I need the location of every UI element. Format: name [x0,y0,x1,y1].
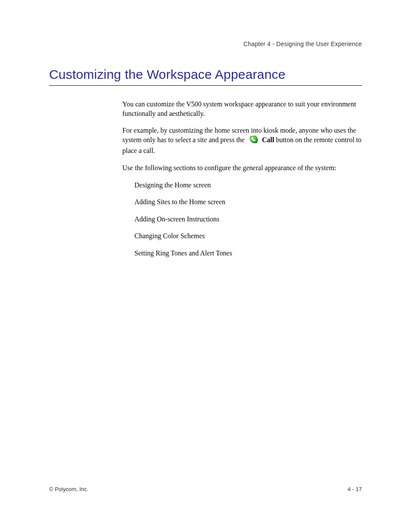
page: Chapter 4 - Designing the User Experienc… [0,0,411,532]
footer-copyright: © Polycom, Inc. [49,486,88,492]
paragraph-intro: You can customize the V500 system worksp… [122,100,364,118]
paragraph-lead-in: Use the following sections to configure … [122,163,364,173]
body-column: You can customize the V500 system worksp… [122,100,364,258]
chapter-header: Chapter 4 - Designing the User Experienc… [49,40,362,47]
section-title: Customizing the Workspace Appearance [49,67,362,82]
call-button-icon [249,135,258,146]
topic-list: Designing the Home screen Adding Sites t… [134,180,364,258]
section-rule [49,85,362,86]
call-button-label: Call [262,136,274,143]
list-item: Adding Sites to the Home screen [134,197,364,207]
list-item: Setting Ring Tones and Alert Tones [134,249,364,258]
page-footer: © Polycom, Inc. 4 - 17 [49,486,362,492]
list-item: Designing the Home screen [134,180,364,190]
list-item: Adding On-screen Instructions [134,215,364,224]
list-item: Changing Color Schemes [134,231,364,241]
footer-page-number: 4 - 17 [348,486,362,492]
paragraph-example: For example, by customizing the home scr… [122,126,364,156]
